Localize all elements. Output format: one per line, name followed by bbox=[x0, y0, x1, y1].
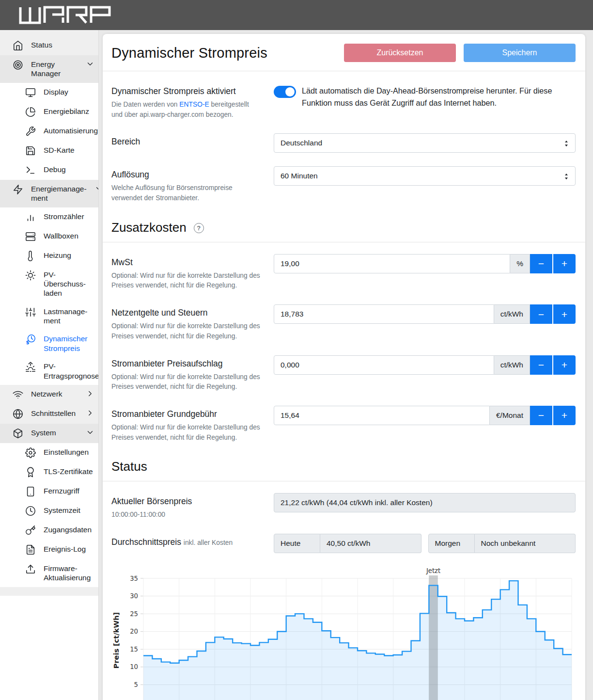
sliders-icon bbox=[25, 307, 36, 318]
target-icon bbox=[13, 60, 23, 70]
minus-button[interactable]: − bbox=[530, 304, 552, 324]
sidebar-item-label: Lastmanage-ment bbox=[44, 307, 94, 326]
chevron-right-icon bbox=[86, 389, 94, 398]
resolution-label: Auflösung bbox=[111, 170, 261, 180]
svg-text:15: 15 bbox=[130, 646, 138, 653]
server-icon bbox=[25, 231, 36, 242]
content-card: Dynamischer Strompreis Zurücksetzen Spei… bbox=[103, 34, 585, 700]
plus-button[interactable]: + bbox=[553, 254, 576, 273]
select-arrows-icon bbox=[563, 140, 570, 149]
chevron-down-icon bbox=[94, 184, 99, 193]
plus-button[interactable]: + bbox=[553, 406, 576, 425]
globe-icon bbox=[13, 409, 23, 419]
thermometer-icon bbox=[25, 251, 36, 261]
sidebar-item-automatisierung[interactable]: Automatisierung bbox=[0, 122, 98, 141]
terminal-icon bbox=[25, 165, 36, 175]
current-price-row: Aktueller Börsenpreis 10:00:00-11:00:00 … bbox=[111, 493, 576, 520]
cost-input[interactable] bbox=[274, 254, 510, 273]
sidebar-item-label: Heizung bbox=[44, 251, 94, 260]
sidebar-item-label: Firmware-Aktualisierung bbox=[44, 564, 94, 583]
sidebar-item-label: SD-Karte bbox=[44, 145, 94, 155]
status-heading: Status bbox=[111, 459, 576, 474]
help-icon[interactable]: ? bbox=[194, 223, 204, 233]
sidebar-item-energiemanage-ment[interactable]: Energiemanage-ment bbox=[0, 180, 98, 207]
sidebar-item-system[interactable]: System bbox=[0, 424, 98, 443]
sidebar-item-label: Automatisierung bbox=[44, 126, 98, 135]
entsoe-link[interactable]: ENTSO-E bbox=[179, 101, 209, 108]
sidebar-item-zugangsdaten[interactable]: Zugangsdaten bbox=[0, 521, 98, 540]
reset-button[interactable]: Zurücksetzen bbox=[344, 44, 456, 62]
sidebar-item-stromzahler[interactable]: Stromzähler bbox=[0, 207, 98, 227]
sidebar-item-tls-zertifikate[interactable]: TLS-Zertifikate bbox=[0, 462, 98, 482]
cost-help: Optional: Wird nur für die korrekte Dars… bbox=[111, 321, 261, 341]
sidebar-item-dynamischer-strompreis[interactable]: $Dynamischer Strompreis bbox=[0, 330, 98, 357]
sidebar-item-label: Wallboxen bbox=[44, 231, 94, 240]
sidebar-item-label: PV-Ertragsprognose bbox=[44, 362, 99, 381]
cost-input[interactable] bbox=[274, 304, 494, 324]
cost-help: Optional: Wird nur für die korrekte Dars… bbox=[111, 372, 261, 392]
minus-button[interactable]: − bbox=[530, 406, 552, 425]
sidebar-item-pv-uberschuss-laden[interactable]: PV-Überschuss-laden bbox=[0, 266, 98, 302]
sidebar-item-schnittstellen[interactable]: Schnittstellen bbox=[0, 404, 98, 424]
warp-logo-icon bbox=[15, 5, 137, 25]
cost-unit: €/Monat bbox=[490, 406, 530, 425]
average-today-group: Heute 40,50 ct/kWh bbox=[274, 534, 421, 553]
sidebar-item-einstellungen[interactable]: Einstellungen bbox=[0, 443, 98, 462]
smartphone-icon bbox=[25, 486, 36, 497]
sidebar-item-systemzeit[interactable]: Systemzeit bbox=[0, 501, 98, 521]
sidebar-item-firmware-aktualisierung[interactable]: Firmware-Aktualisierung bbox=[0, 559, 98, 587]
sidebar-item-label: Energiebilanz bbox=[44, 107, 94, 116]
resolution-row: Auflösung Welche Auflösung für Börsenstr… bbox=[111, 166, 576, 203]
app-header bbox=[0, 0, 593, 30]
cost-label: Stromanbieter Grundgebühr bbox=[111, 409, 261, 419]
sidebar-item-lastmanage-ment[interactable]: Lastmanage-ment bbox=[0, 302, 98, 330]
sidebar-item-ereignis-log[interactable]: Ereignis-Log bbox=[0, 540, 98, 559]
cost-input[interactable] bbox=[274, 355, 494, 375]
bar-chart-icon bbox=[25, 212, 36, 223]
sidebar-item-label: Systemzeit bbox=[44, 506, 94, 515]
extra-costs-heading: Zusatzkosten ? bbox=[111, 220, 576, 235]
sidebar-item-display[interactable]: Display bbox=[0, 83, 98, 102]
current-price-value: 21,22 ct/kWh (44,04 ct/kWh inkl. aller K… bbox=[274, 493, 576, 512]
sidebar-item-sd-karte[interactable]: SD-Karte bbox=[0, 141, 98, 160]
svg-text:30: 30 bbox=[130, 592, 138, 600]
region-select[interactable]: Deutschland bbox=[274, 133, 576, 153]
minus-button[interactable]: − bbox=[530, 355, 552, 375]
monitor-icon bbox=[25, 87, 36, 98]
cost-unit: % bbox=[510, 254, 530, 273]
cost-help: Optional: Wird nur für die korrekte Dars… bbox=[111, 271, 261, 291]
save-button[interactable]: Speichern bbox=[464, 44, 576, 62]
average-today-value: 40,50 ct/kWh bbox=[320, 534, 421, 553]
sidebar-item-heizung[interactable]: Heizung bbox=[0, 246, 98, 266]
sidebar-item-netzwerk[interactable]: Netzwerk bbox=[0, 385, 98, 404]
wifi-icon bbox=[13, 389, 23, 400]
sidebar-item-debug[interactable]: Debug bbox=[0, 160, 98, 180]
svg-text:20: 20 bbox=[130, 628, 138, 635]
price-chart-canvas: 05101520253035Jetzt00:0004:0008:0012:001… bbox=[111, 568, 576, 700]
minus-button[interactable]: − bbox=[530, 254, 552, 273]
main-area: Dynamischer Strompreis Zurücksetzen Spei… bbox=[99, 30, 593, 700]
sidebar-item-energy-manager[interactable]: Energy Manager bbox=[0, 55, 98, 83]
plus-button[interactable]: + bbox=[553, 355, 576, 375]
enabled-toggle[interactable] bbox=[274, 86, 296, 98]
sidebar-item-label: Einstellungen bbox=[44, 447, 94, 457]
sidebar-item-pv-ertragsprognose[interactable]: PV-Ertragsprognose bbox=[0, 357, 98, 385]
enabled-help: Die Daten werden von ENTSO-E bereitgeste… bbox=[111, 100, 261, 120]
sidebar-item-fernzugriff[interactable]: Fernzugriff bbox=[0, 482, 98, 501]
sidebar-item-wallboxen[interactable]: Wallboxen bbox=[0, 227, 98, 246]
sidebar-item-label: Energy Manager bbox=[31, 60, 78, 79]
sidebar-item-status[interactable]: Status bbox=[0, 36, 98, 55]
svg-text:25: 25 bbox=[130, 610, 138, 618]
sidebar-item-energiebilanz[interactable]: Energiebilanz bbox=[0, 102, 98, 122]
cost-input[interactable] bbox=[274, 406, 490, 425]
resolution-select[interactable]: 60 Minuten bbox=[274, 166, 576, 186]
average-tomorrow-label: Morgen bbox=[428, 534, 475, 553]
price-clock-icon: $ bbox=[25, 334, 36, 345]
wrench-icon bbox=[25, 126, 36, 137]
region-row: Bereich Deutschland bbox=[111, 133, 576, 153]
sidebar-item-label: Energiemanage-ment bbox=[31, 184, 87, 203]
current-price-label: Aktueller Börsenpreis bbox=[111, 496, 261, 507]
sidebar-item-label: Schnittstellen bbox=[31, 409, 78, 418]
plus-button[interactable]: + bbox=[553, 304, 576, 324]
cost-unit: ct/kWh bbox=[494, 304, 530, 324]
